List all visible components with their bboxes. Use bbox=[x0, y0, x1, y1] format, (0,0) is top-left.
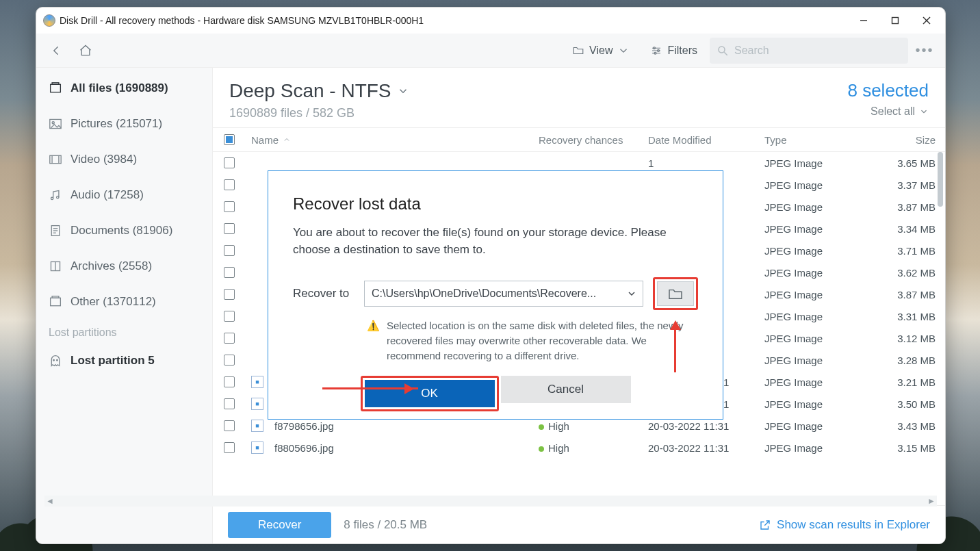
maximize-button[interactable] bbox=[879, 10, 911, 31]
filters-button[interactable]: Filters bbox=[642, 38, 706, 63]
row-checkbox[interactable] bbox=[224, 245, 235, 256]
sidebar-item-documents[interactable]: Documents (81906) bbox=[36, 213, 212, 248]
type-value: JPEG Image bbox=[764, 333, 867, 344]
external-icon bbox=[759, 519, 771, 531]
scan-title[interactable]: Deep Scan - NTFS bbox=[229, 80, 847, 102]
more-button[interactable]: ••• bbox=[912, 38, 937, 63]
row-checkbox[interactable] bbox=[224, 311, 235, 322]
filters-label: Filters bbox=[667, 44, 697, 57]
sidebar-item-label: Audio (17258) bbox=[70, 188, 144, 202]
browse-button[interactable] bbox=[657, 281, 694, 306]
recover-dialog: Recover lost data You are about to recov… bbox=[268, 170, 723, 420]
picture-icon bbox=[49, 118, 62, 130]
chevron-down-icon bbox=[397, 85, 409, 97]
row-checkbox[interactable] bbox=[224, 376, 235, 387]
select-all[interactable]: Select all bbox=[871, 105, 929, 118]
row-checkbox[interactable] bbox=[224, 267, 235, 278]
sidebar-item-label: Video (3984) bbox=[70, 153, 137, 166]
row-checkbox[interactable] bbox=[224, 420, 235, 431]
selected-count: 8 selected bbox=[847, 80, 929, 101]
horizontal-scrollbar[interactable]: ◄► bbox=[213, 496, 937, 507]
recovery-value: High bbox=[548, 420, 569, 432]
file-icon: ■ bbox=[251, 398, 263, 410]
sidebar-item-video[interactable]: Video (3984) bbox=[36, 142, 212, 177]
type-value: JPEG Image bbox=[764, 179, 867, 191]
type-value: JPEG Image bbox=[764, 420, 867, 432]
col-recovery[interactable]: Recovery chances bbox=[539, 134, 648, 146]
minimize-button[interactable] bbox=[848, 10, 879, 31]
cancel-button[interactable]: Cancel bbox=[501, 376, 631, 403]
svg-rect-10 bbox=[52, 83, 59, 84]
type-value: JPEG Image bbox=[764, 376, 867, 388]
type-value: JPEG Image bbox=[764, 289, 867, 300]
view-dropdown[interactable]: View bbox=[564, 38, 638, 63]
size-value: 3.71 MB bbox=[867, 245, 936, 257]
archive-icon bbox=[49, 260, 62, 272]
date-value: 20-03-2022 11:31 bbox=[648, 420, 764, 432]
recover-to-label: Recover to bbox=[293, 287, 354, 300]
app-window: Disk Drill - All recovery methods - Hard… bbox=[36, 7, 946, 544]
search-input[interactable] bbox=[734, 44, 901, 57]
row-checkbox[interactable] bbox=[224, 289, 235, 300]
svg-point-26 bbox=[53, 359, 55, 361]
row-checkbox[interactable] bbox=[224, 442, 235, 453]
vertical-scrollbar[interactable] bbox=[938, 152, 943, 207]
dialog-title: Recover lost data bbox=[293, 194, 698, 214]
col-name[interactable]: Name bbox=[246, 134, 539, 146]
type-value: JPEG Image bbox=[764, 245, 867, 257]
row-checkbox[interactable] bbox=[224, 223, 235, 234]
recover-button[interactable]: Recover bbox=[228, 512, 331, 538]
file-name: f8798656.jpg bbox=[274, 420, 334, 432]
type-value: JPEG Image bbox=[764, 201, 867, 213]
header-checkbox[interactable] bbox=[224, 134, 235, 145]
recover-path-value: C:\Users\hp\OneDrive\Documents\Recovere.… bbox=[372, 287, 596, 300]
size-value: 3.15 MB bbox=[867, 442, 936, 454]
home-button[interactable] bbox=[73, 38, 98, 63]
sidebar-item-label: Pictures (215071) bbox=[70, 117, 162, 131]
sidebar-item-pictures[interactable]: Pictures (215071) bbox=[36, 106, 212, 142]
row-checkbox[interactable] bbox=[224, 333, 235, 344]
back-button[interactable] bbox=[44, 38, 69, 63]
search-box[interactable] bbox=[710, 38, 908, 64]
sidebar-item-other[interactable]: Other (1370112) bbox=[36, 284, 212, 320]
close-button[interactable] bbox=[911, 10, 942, 31]
row-checkbox[interactable] bbox=[224, 355, 235, 366]
sidebar-item-archives[interactable]: Archives (2558) bbox=[36, 248, 212, 284]
chevron-down-icon bbox=[626, 288, 637, 299]
row-checkbox[interactable] bbox=[224, 398, 235, 409]
size-value: 3.65 MB bbox=[867, 157, 936, 169]
toolbar: View Filters ••• bbox=[36, 34, 945, 68]
svg-rect-9 bbox=[51, 84, 61, 92]
recover-path-combo[interactable]: C:\Users\hp\OneDrive\Documents\Recovere.… bbox=[364, 281, 643, 307]
dialog-warning: Selected location is on the same disk wi… bbox=[387, 318, 698, 363]
sidebar-item-all[interactable]: All files (1690889) bbox=[36, 71, 212, 106]
table-header: Name Recovery chances Date Modified Type… bbox=[213, 127, 945, 152]
annotation-highlight bbox=[653, 277, 698, 310]
sidebar: All files (1690889) Pictures (215071) Vi… bbox=[36, 68, 213, 543]
sidebar-item-label: Documents (81906) bbox=[70, 224, 172, 238]
row-checkbox[interactable] bbox=[224, 179, 235, 190]
svg-rect-25 bbox=[52, 296, 59, 298]
sliders-icon bbox=[650, 44, 662, 57]
svg-point-12 bbox=[52, 122, 54, 124]
sidebar-item-lost-partition[interactable]: Lost partition 5 bbox=[36, 343, 212, 379]
size-value: 3.12 MB bbox=[867, 333, 936, 344]
folder-icon bbox=[668, 287, 683, 300]
row-checkbox[interactable] bbox=[224, 201, 235, 212]
size-value: 3.87 MB bbox=[867, 289, 936, 300]
file-icon: ■ bbox=[251, 441, 263, 454]
table-row[interactable]: ■f8805696.jpgHigh20-03-2022 11:31JPEG Im… bbox=[213, 437, 945, 459]
size-value: 3.50 MB bbox=[867, 398, 936, 410]
col-size[interactable]: Size bbox=[867, 134, 936, 146]
file-name: f8805696.jpg bbox=[274, 442, 334, 454]
window-title: Disk Drill - All recovery methods - Hard… bbox=[60, 15, 424, 26]
show-in-explorer[interactable]: Show scan results in Explorer bbox=[759, 518, 930, 532]
svg-point-27 bbox=[57, 359, 58, 361]
sidebar-section-lost: Lost partitions bbox=[36, 320, 212, 343]
size-value: 3.21 MB bbox=[867, 376, 936, 388]
ok-button[interactable]: OK bbox=[365, 380, 495, 407]
col-date[interactable]: Date Modified bbox=[648, 134, 764, 146]
row-checkbox[interactable] bbox=[224, 157, 235, 168]
sidebar-item-audio[interactable]: Audio (17258) bbox=[36, 177, 212, 213]
col-type[interactable]: Type bbox=[764, 134, 867, 146]
